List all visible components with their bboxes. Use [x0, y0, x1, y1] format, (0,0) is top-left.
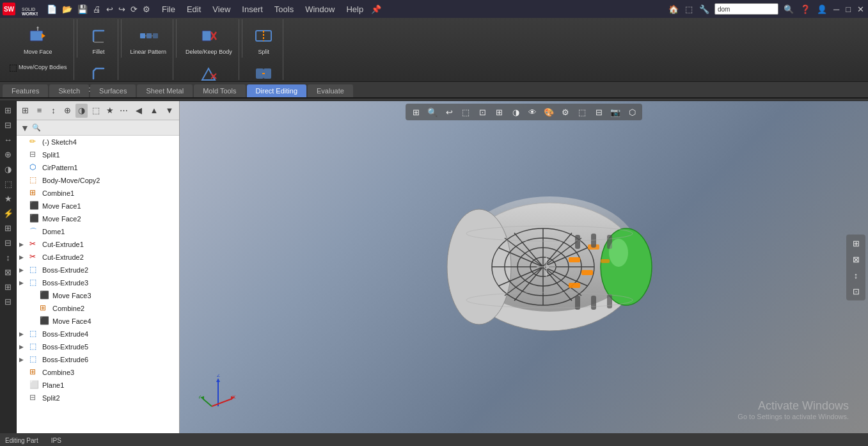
- tree-item-boss-extrude3[interactable]: ▶⬚Boss-Extrude3: [17, 276, 179, 289]
- vp-section-view[interactable]: ⊟: [591, 105, 606, 119]
- tree-item-boss-extrude4[interactable]: ▶⬚Boss-Extrude4: [17, 328, 179, 340]
- tab-sketch[interactable]: Sketch: [49, 84, 89, 97]
- options-button[interactable]: ⚙: [141, 4, 152, 15]
- close-icon[interactable]: ✕: [856, 4, 865, 15]
- expand-arrow-boss-extrude4[interactable]: ▶: [19, 331, 27, 337]
- tree-scroll-down[interactable]: ▼: [162, 104, 177, 118]
- tree-item-combine2[interactable]: ⊞Combine2: [17, 302, 179, 315]
- tab-features[interactable]: Features: [3, 84, 48, 97]
- menu-edit[interactable]: Edit: [185, 4, 202, 15]
- filter-icon[interactable]: ▼: [20, 123, 29, 133]
- tab-direct-editing[interactable]: Direct Editing: [247, 84, 306, 97]
- fillet-button[interactable]: Fillet: [84, 22, 113, 58]
- vp-hide-show[interactable]: 👁: [525, 105, 540, 119]
- expand-arrow-boss-extrude2[interactable]: ▶: [19, 267, 27, 273]
- left-icon-6[interactable]: ⬚: [2, 177, 15, 190]
- tree-item-dome1[interactable]: ⌒Dome1: [17, 225, 179, 238]
- left-icon-10[interactable]: ⊟: [2, 236, 15, 249]
- split-button[interactable]: Split: [249, 22, 278, 58]
- tree-item-cut-extrude2[interactable]: ▶✂Cut-Extrude2: [17, 251, 179, 264]
- user-icon[interactable]: 👤: [816, 4, 828, 15]
- vp-right-1[interactable]: ⊞: [848, 236, 864, 250]
- expand-arrow-boss-extrude6[interactable]: ▶: [19, 356, 27, 363]
- tree-item-move-face3[interactable]: ⬛Move Face3: [17, 289, 179, 302]
- tree-item-cirpattern1[interactable]: ⬡CirPattern1: [17, 161, 179, 174]
- vp-view-settings[interactable]: ⚙: [558, 105, 573, 119]
- tree-item-move-face4[interactable]: ⬛Move Face4: [17, 315, 179, 328]
- left-icon-13[interactable]: ⊞: [2, 280, 15, 293]
- open-button[interactable]: 📂: [61, 4, 74, 15]
- minimize-icon[interactable]: ─: [832, 4, 840, 15]
- maximize-icon[interactable]: □: [844, 4, 852, 15]
- vp-3d-view[interactable]: ⬚: [458, 105, 473, 119]
- tree-item-move-face1[interactable]: ⬛Move Face1: [17, 200, 179, 212]
- tab-sheet-metal[interactable]: Sheet Metal: [137, 84, 193, 97]
- menu-window[interactable]: Window: [304, 4, 336, 15]
- rebuild-button[interactable]: ⟳: [129, 4, 139, 15]
- vp-render[interactable]: ⬡: [624, 105, 640, 119]
- left-icon-3[interactable]: ↔: [2, 133, 15, 146]
- tree-item-sketch4[interactable]: ✏(-) Sketch4: [17, 136, 179, 148]
- redo-button[interactable]: ↪: [117, 4, 127, 15]
- print-button[interactable]: 🖨: [91, 4, 102, 15]
- vp-right-2[interactable]: ⊠: [848, 252, 864, 266]
- pin-icon[interactable]: 📌: [370, 4, 383, 15]
- expand-arrow-boss-extrude3[interactable]: ▶: [19, 280, 27, 286]
- search-box[interactable]: dom: [714, 3, 778, 15]
- expand-arrow-cut-extrude1[interactable]: ▶: [19, 241, 27, 248]
- search-icon[interactable]: 🔍: [782, 4, 795, 15]
- tab-evaluate[interactable]: Evaluate: [308, 84, 353, 97]
- viewport[interactable]: ⊞ 🔍 ↩ ⬚ ⊡ ⊞ ◑ 👁 🎨 ⚙ ⬚ ⊟ 📷 ⬡: [180, 101, 868, 433]
- tree-item-cut-extrude1[interactable]: ▶✂Cut-Extrude1: [17, 238, 179, 251]
- tree-item-boss-extrude2[interactable]: ▶⬚Boss-Extrude2: [17, 264, 179, 276]
- left-icon-11[interactable]: ↕: [2, 251, 15, 264]
- tab-mold-tools[interactable]: Mold Tools: [194, 84, 245, 97]
- home-icon[interactable]: 🏠: [667, 4, 680, 15]
- vp-normal-to[interactable]: ⊡: [475, 105, 490, 119]
- save-button[interactable]: 💾: [76, 4, 89, 15]
- tree-item-combine3[interactable]: ⊞Combine3: [17, 366, 179, 379]
- tree-collapse-button[interactable]: ◀: [132, 104, 146, 118]
- tab-surfaces[interactable]: Surfaces: [90, 84, 136, 97]
- options2-icon[interactable]: 🔧: [698, 4, 711, 15]
- left-icon-7[interactable]: ★: [2, 192, 15, 205]
- left-icon-8[interactable]: ⚡: [2, 207, 15, 219]
- vp-view-orientation[interactable]: ⊞: [491, 105, 507, 119]
- tree-item-split2[interactable]: ⊟Split2: [17, 392, 179, 404]
- left-icon-5[interactable]: ◑: [2, 163, 15, 175]
- vp-previous-view[interactable]: ↩: [441, 105, 457, 119]
- menu-view[interactable]: View: [211, 4, 232, 15]
- help-icon[interactable]: ❓: [799, 4, 812, 15]
- tree-scroll-up[interactable]: ▲: [147, 104, 161, 118]
- tree-display-button[interactable]: ⬚: [90, 104, 102, 118]
- tree-mates-button[interactable]: ★: [104, 104, 116, 118]
- left-icon-14[interactable]: ⊟: [2, 295, 15, 308]
- menu-insert[interactable]: Insert: [241, 4, 264, 15]
- vp-appearance[interactable]: 🎨: [541, 105, 556, 119]
- vp-zoom-to-fit[interactable]: ⊞: [408, 105, 423, 119]
- vp-camera[interactable]: 📷: [608, 105, 623, 119]
- vp-isolate[interactable]: ⬚: [574, 105, 590, 119]
- tree-item-boss-extrude5[interactable]: ▶⬚Boss-Extrude5: [17, 340, 179, 353]
- tree-appearance-button[interactable]: ◑: [75, 104, 88, 118]
- left-icon-9[interactable]: ⊞: [2, 221, 15, 234]
- left-icon-12[interactable]: ⊠: [2, 266, 15, 278]
- move-copy-bodies-button[interactable]: ⬚ Move/Copy Bodies: [6, 60, 70, 75]
- tree-more-button[interactable]: ⋯: [118, 104, 130, 118]
- left-icon-4[interactable]: ⊕: [2, 148, 15, 161]
- menu-file[interactable]: File: [161, 4, 177, 15]
- tree-item-combine1[interactable]: ⊞Combine1: [17, 187, 179, 200]
- tree-item-split1[interactable]: ⊟Split1: [17, 148, 179, 161]
- new-part-icon[interactable]: ⬚: [684, 4, 694, 15]
- tree-options-button[interactable]: ⊞: [19, 104, 31, 118]
- tree-search-button[interactable]: ⊕: [61, 104, 74, 118]
- tree-item-move-face2[interactable]: ⬛Move Face2: [17, 212, 179, 225]
- delete-keep-body-button[interactable]: Delete/Keep Body: [183, 22, 235, 58]
- undo-button[interactable]: ↩: [105, 4, 114, 15]
- vp-display-style[interactable]: ◑: [508, 105, 523, 119]
- linear-pattern-button[interactable]: Linear Pattern: [128, 22, 170, 58]
- tree-item-plane1[interactable]: ⬜Plane1: [17, 379, 179, 392]
- tree-expand-button[interactable]: ↕: [47, 104, 59, 118]
- vp-zoom-area[interactable]: 🔍: [425, 105, 440, 119]
- vp-right-3[interactable]: ↕: [848, 268, 864, 282]
